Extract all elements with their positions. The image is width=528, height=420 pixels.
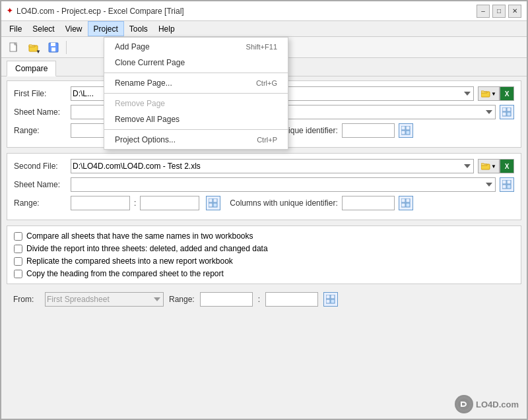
from-range-label: Range: bbox=[169, 295, 195, 304]
menu-help[interactable]: Help bbox=[153, 21, 180, 36]
second-file-browse-group: ▼ X bbox=[478, 159, 514, 173]
second-range-row: Range: : Columns with unique identifier: bbox=[14, 196, 514, 210]
svg-rect-9 bbox=[507, 107, 511, 111]
rename-page-label: Rename Page... bbox=[115, 78, 172, 88]
checkbox-3-label: Replicate the compared sheets into a new… bbox=[26, 256, 233, 266]
svg-rect-26 bbox=[213, 198, 217, 202]
first-file-browse-btn[interactable]: ▼ bbox=[478, 86, 500, 101]
tab-compare[interactable]: Compare bbox=[7, 61, 56, 76]
first-columns-input[interactable] bbox=[342, 123, 395, 138]
checkbox-2[interactable] bbox=[14, 245, 22, 253]
from-range-to[interactable] bbox=[265, 292, 318, 307]
second-range-from[interactable] bbox=[71, 196, 130, 210]
maximize-button[interactable]: □ bbox=[492, 5, 506, 18]
title-bar: ✦ LO4D.com - Project.ecp - Excel Compare… bbox=[1, 1, 527, 21]
project-options-shortcut: Ctrl+P bbox=[257, 136, 277, 144]
svg-rect-8 bbox=[502, 107, 506, 111]
svg-rect-29 bbox=[401, 198, 405, 202]
close-button[interactable]: ✕ bbox=[508, 5, 521, 18]
first-sheet-grid-icon[interactable] bbox=[500, 105, 514, 119]
from-select[interactable]: First Spreadsheet bbox=[45, 292, 164, 307]
checkboxes-section: Compare all sheets that have the same na… bbox=[7, 225, 521, 284]
menu-project-options[interactable]: Project Options... Ctrl+P bbox=[104, 132, 288, 148]
menu-project[interactable]: Project bbox=[88, 21, 124, 36]
second-file-label: Second File: bbox=[14, 162, 67, 171]
clone-page-label: Clone Current Page bbox=[115, 58, 185, 67]
second-columns-grid-icon[interactable] bbox=[399, 196, 413, 210]
checkbox-row-4: Copy the heading from the compared sheet… bbox=[14, 269, 514, 278]
separator-2 bbox=[104, 93, 288, 94]
menu-remove-page: Remove Page bbox=[104, 96, 288, 111]
svg-rect-19 bbox=[406, 131, 410, 135]
second-columns-input[interactable] bbox=[342, 196, 395, 210]
project-options-label: Project Options... bbox=[115, 135, 176, 144]
checkbox-row-1: Compare all sheets that have the same na… bbox=[14, 231, 514, 241]
second-file-excel-btn[interactable]: X bbox=[500, 159, 514, 173]
checkbox-1[interactable] bbox=[14, 232, 22, 241]
second-range-label: Range: bbox=[14, 198, 67, 208]
first-file-browse-group: ▼ X bbox=[478, 86, 514, 101]
second-range-to[interactable] bbox=[140, 196, 199, 210]
svg-rect-11 bbox=[507, 112, 511, 116]
checkbox-3[interactable] bbox=[14, 257, 22, 266]
svg-rect-6 bbox=[51, 47, 55, 51]
menu-bar: File Select View Project Tools Help Add … bbox=[1, 21, 527, 37]
app-window: ✦ LO4D.com - Project.ecp - Excel Compare… bbox=[0, 0, 528, 420]
svg-rect-5 bbox=[51, 43, 55, 46]
svg-rect-30 bbox=[406, 198, 410, 202]
add-page-label: Add Page bbox=[115, 42, 150, 51]
menu-view[interactable]: View bbox=[60, 21, 88, 36]
separator-3 bbox=[104, 129, 288, 130]
svg-rect-35 bbox=[326, 299, 330, 303]
svg-rect-18 bbox=[401, 131, 405, 135]
menu-add-page[interactable]: Add Page Shift+F11 bbox=[104, 39, 288, 55]
svg-rect-33 bbox=[326, 295, 330, 299]
second-file-browse-btn[interactable]: ▼ bbox=[478, 159, 500, 173]
title-bar-left: ✦ LO4D.com - Project.ecp - Excel Compare… bbox=[7, 7, 184, 16]
svg-rect-25 bbox=[209, 198, 213, 202]
second-sheet-label: Sheet Name: bbox=[14, 180, 67, 189]
first-sheet-label: Sheet Name: bbox=[14, 107, 67, 117]
svg-rect-27 bbox=[209, 203, 213, 207]
svg-rect-36 bbox=[331, 299, 335, 303]
minimize-button[interactable]: – bbox=[477, 5, 490, 18]
menu-clone-page[interactable]: Clone Current Page bbox=[104, 55, 288, 71]
second-file-select[interactable]: D:\LO4D.com\LO4D.com - Test 2.xls bbox=[71, 159, 474, 173]
from-range-from[interactable] bbox=[200, 292, 253, 307]
checkbox-4[interactable] bbox=[14, 270, 22, 278]
save-button[interactable] bbox=[45, 40, 62, 55]
menu-tools[interactable]: Tools bbox=[124, 21, 153, 36]
menu-file[interactable]: File bbox=[4, 21, 27, 36]
menu-select[interactable]: Select bbox=[27, 21, 59, 36]
second-range-grid-icon[interactable] bbox=[206, 196, 220, 210]
project-dropdown-menu: Add Page Shift+F11 Clone Current Page Re… bbox=[104, 37, 288, 150]
remove-all-pages-label: Remove All Pages bbox=[115, 115, 180, 124]
first-file-excel-btn[interactable]: X bbox=[500, 86, 514, 101]
second-sheet-grid-icon[interactable] bbox=[500, 177, 514, 192]
open-button[interactable]: ▼ bbox=[25, 40, 42, 55]
menu-remove-all-pages[interactable]: Remove All Pages bbox=[104, 111, 288, 127]
svg-rect-16 bbox=[401, 126, 405, 130]
svg-rect-34 bbox=[331, 295, 335, 299]
second-columns-label: Columns with unique identifier: bbox=[230, 198, 337, 208]
add-page-shortcut: Shift+F11 bbox=[246, 43, 277, 51]
second-file-row: Second File: D:\LO4D.com\LO4D.com - Test… bbox=[14, 159, 514, 173]
from-range-colon: : bbox=[258, 295, 260, 304]
first-file-label: First File: bbox=[14, 89, 67, 98]
new-button[interactable] bbox=[5, 40, 22, 55]
checkbox-row-2: Divide the report into three sheets: del… bbox=[14, 244, 514, 253]
svg-rect-24 bbox=[507, 185, 511, 189]
menu-rename-page[interactable]: Rename Page... Ctrl+G bbox=[104, 75, 288, 91]
toolbar-separator-1 bbox=[66, 41, 67, 54]
from-grid-icon[interactable] bbox=[323, 292, 338, 307]
app-logo: ✦ bbox=[7, 7, 13, 15]
second-sheet-select[interactable] bbox=[71, 177, 496, 192]
from-label: From: bbox=[13, 295, 40, 304]
first-columns-grid-icon[interactable] bbox=[399, 123, 413, 138]
watermark: LO4D.com bbox=[455, 395, 519, 413]
checkbox-row-3: Replicate the compared sheets into a new… bbox=[14, 256, 514, 266]
checkbox-4-label: Copy the heading from the compared sheet… bbox=[26, 269, 224, 278]
svg-rect-23 bbox=[502, 185, 506, 189]
svg-rect-21 bbox=[502, 180, 506, 184]
second-file-section: Second File: D:\LO4D.com\LO4D.com - Test… bbox=[7, 153, 521, 220]
